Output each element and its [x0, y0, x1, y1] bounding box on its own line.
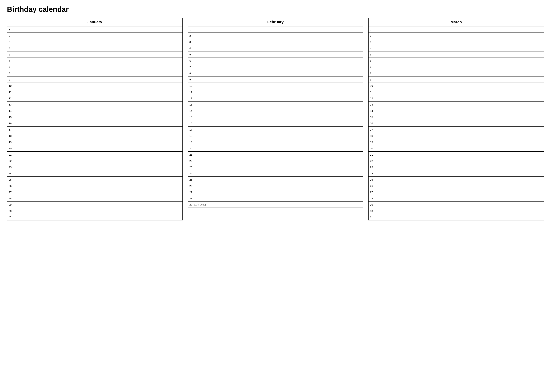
day-number: 27 — [370, 191, 373, 194]
day-number: 15 — [370, 116, 373, 119]
day-number: 17 — [189, 128, 192, 131]
day-cell: 13 — [188, 101, 363, 108]
table-row: 16 — [7, 120, 183, 126]
table-row: 9 — [368, 76, 544, 83]
table-row: 23 — [188, 164, 363, 170]
day-number: 3 — [9, 41, 10, 43]
day-cell: 2 — [7, 33, 183, 39]
table-row: 14 — [7, 108, 183, 114]
table-row: 1 — [7, 26, 183, 33]
day-number: 2 — [370, 34, 371, 37]
table-row: 9 — [7, 76, 183, 83]
day-cell: 4 — [368, 45, 544, 51]
day-number: 14 — [189, 109, 192, 112]
day-number: 27 — [9, 191, 12, 194]
day-number: 12 — [9, 97, 12, 100]
table-row: 6 — [188, 57, 363, 64]
table-row: 22 — [368, 158, 544, 164]
day-cell: 4 — [188, 45, 363, 51]
day-cell: 14 — [7, 108, 183, 114]
day-number: 27 — [189, 191, 192, 194]
day-number: 25 — [189, 178, 192, 181]
day-cell: 16 — [7, 120, 183, 126]
day-number: 11 — [189, 91, 192, 93]
day-cell: 27 — [368, 189, 544, 195]
day-number: 29 — [9, 203, 12, 206]
table-row: 1 — [368, 26, 544, 33]
day-cell: 15 — [188, 114, 363, 120]
day-number: 17 — [9, 128, 12, 131]
table-row: 29(2016, 2020) — [188, 202, 363, 208]
month-table-march: March12345678910111213141516171819202122… — [368, 18, 544, 220]
day-cell: 7 — [368, 64, 544, 70]
day-cell: 10 — [368, 83, 544, 89]
day-cell: 31 — [368, 214, 544, 220]
day-cell: 4 — [7, 45, 183, 51]
day-number: 31 — [9, 216, 12, 218]
table-row: 8 — [7, 70, 183, 76]
day-cell: 25 — [368, 176, 544, 183]
day-cell: 1 — [188, 26, 363, 33]
day-cell: 27 — [188, 189, 363, 195]
table-row: 13 — [7, 101, 183, 108]
table-row: 24 — [188, 170, 363, 176]
day-cell: 5 — [7, 51, 183, 57]
table-row: 7 — [7, 64, 183, 70]
day-number: 20 — [370, 147, 373, 150]
table-row: 21 — [188, 151, 363, 158]
day-number: 7 — [189, 66, 191, 69]
day-number: 10 — [370, 84, 373, 87]
table-row: 22 — [7, 158, 183, 164]
table-row: 4 — [368, 45, 544, 51]
day-number: 12 — [370, 97, 373, 100]
day-number: 9 — [370, 78, 371, 81]
day-number: 4 — [189, 47, 191, 50]
day-number: 26 — [189, 184, 192, 187]
table-row: 29 — [7, 202, 183, 208]
table-row: 28 — [368, 195, 544, 202]
day-cell: 16 — [368, 120, 544, 126]
day-number: 15 — [9, 116, 12, 119]
day-cell: 3 — [7, 39, 183, 45]
table-row: 2 — [368, 33, 544, 39]
day-cell: 25 — [188, 176, 363, 183]
table-row: 14 — [368, 108, 544, 114]
day-number: 13 — [9, 103, 12, 106]
day-cell: 20 — [368, 145, 544, 151]
day-number: 29 — [189, 203, 192, 206]
day-cell: 8 — [188, 70, 363, 76]
day-cell: 29 — [368, 202, 544, 208]
month-header-january: January — [7, 18, 183, 26]
day-number: 18 — [370, 134, 373, 137]
table-row: 25 — [368, 176, 544, 183]
day-cell: 17 — [368, 126, 544, 133]
table-row: 27 — [188, 189, 363, 195]
day-cell: 18 — [368, 133, 544, 139]
day-cell: 26 — [188, 183, 363, 189]
table-row: 2 — [188, 33, 363, 39]
table-row: 14 — [188, 108, 363, 114]
day-number: 4 — [370, 47, 371, 50]
day-number: 16 — [189, 122, 192, 125]
day-number: 30 — [9, 210, 12, 212]
table-row: 11 — [7, 89, 183, 95]
day-cell: 2 — [368, 33, 544, 39]
table-row: 21 — [7, 151, 183, 158]
table-row: 24 — [368, 170, 544, 176]
day-cell: 11 — [368, 89, 544, 95]
day-number: 1 — [9, 28, 10, 31]
day-cell: 5 — [188, 51, 363, 57]
table-row: 10 — [368, 83, 544, 89]
day-cell: 6 — [368, 57, 544, 64]
day-number: 20 — [189, 147, 192, 150]
calendars-container: January123456789101112131415161718192021… — [7, 18, 544, 220]
table-row: 10 — [7, 83, 183, 89]
table-row: 31 — [7, 214, 183, 220]
day-number: 7 — [370, 66, 371, 69]
day-number: 26 — [9, 184, 12, 187]
day-cell: 8 — [7, 70, 183, 76]
month-header-february: February — [188, 18, 363, 26]
day-cell: 6 — [188, 57, 363, 64]
day-number: 28 — [189, 197, 192, 200]
day-number: 6 — [9, 59, 10, 62]
